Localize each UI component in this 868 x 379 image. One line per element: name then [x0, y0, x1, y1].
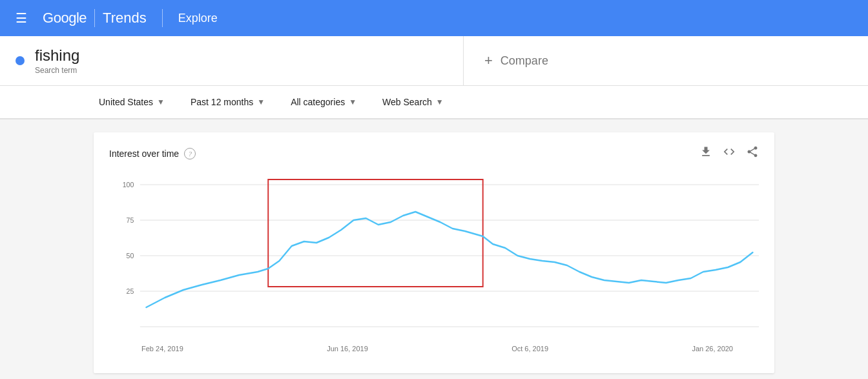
search-type-chevron-icon: ▼ — [436, 97, 444, 107]
category-chevron-icon: ▼ — [349, 97, 356, 107]
main-content: Interest over time ? — [0, 119, 868, 379]
x-axis-labels: Feb 24, 2019 Jun 16, 2019 Oct 6, 2019 Ja… — [109, 345, 759, 353]
card-title-group: Interest over time ? — [109, 148, 196, 159]
search-type-filter[interactable]: Web Search ▼ — [377, 93, 449, 111]
search-term-type: Search term — [35, 66, 79, 75]
svg-text:50: 50 — [127, 252, 134, 260]
trend-line — [146, 212, 752, 307]
trends-wordmark: Trends — [103, 10, 147, 26]
category-filter[interactable]: All categories ▼ — [285, 93, 362, 111]
explore-label: Explore — [178, 12, 218, 25]
time-chevron-icon: ▼ — [257, 97, 265, 107]
compare-box[interactable]: + Compare — [464, 36, 868, 85]
search-term-info: fishing Search term — [35, 46, 79, 75]
svg-text:100: 100 — [123, 181, 134, 189]
download-icon[interactable] — [699, 145, 712, 161]
x-label-3: Oct 6, 2019 — [512, 345, 548, 353]
filter-row: United States ▼ Past 12 months ▼ All cat… — [0, 86, 868, 119]
region-chevron-icon: ▼ — [157, 97, 165, 107]
google-wordmark: Google — [43, 10, 87, 26]
x-label-2: Jun 16, 2019 — [327, 345, 368, 353]
card-actions — [699, 145, 759, 161]
share-icon[interactable] — [746, 145, 759, 161]
time-filter-label: Past 12 months — [191, 97, 253, 107]
app-header: ☰ Google Trends Explore — [0, 0, 868, 36]
card-title: Interest over time — [109, 149, 179, 159]
search-term-box[interactable]: fishing Search term — [0, 36, 464, 85]
compare-label: Compare — [501, 54, 548, 68]
menu-icon[interactable]: ☰ — [10, 5, 32, 31]
selection-rectangle — [268, 179, 482, 287]
logo-divider — [94, 9, 95, 27]
help-icon[interactable]: ? — [184, 148, 196, 159]
time-filter[interactable]: Past 12 months ▼ — [185, 93, 270, 111]
logo: Google Trends — [43, 9, 147, 27]
search-row: fishing Search term + Compare — [0, 36, 868, 85]
x-label-1: Feb 24, 2019 — [141, 345, 183, 353]
svg-text:75: 75 — [127, 216, 134, 224]
interest-over-time-card: Interest over time ? — [94, 132, 774, 373]
search-term-value: fishing — [35, 46, 79, 65]
region-filter-label: United States — [99, 97, 153, 107]
chart-container: 100 75 50 25 — [109, 172, 759, 340]
compare-plus-icon: + — [484, 52, 493, 69]
chart-svg: 100 75 50 25 — [109, 172, 759, 340]
x-label-4: Jan 26, 2020 — [692, 345, 733, 353]
embed-icon[interactable] — [723, 145, 736, 161]
category-filter-label: All categories — [291, 97, 345, 107]
svg-text:25: 25 — [127, 287, 134, 295]
region-filter[interactable]: United States ▼ — [94, 93, 170, 111]
header-divider — [162, 9, 163, 27]
term-indicator-dot — [16, 56, 25, 65]
search-section: fishing Search term + Compare — [0, 36, 868, 86]
search-type-filter-label: Web Search — [382, 97, 432, 107]
card-header: Interest over time ? — [109, 145, 759, 161]
